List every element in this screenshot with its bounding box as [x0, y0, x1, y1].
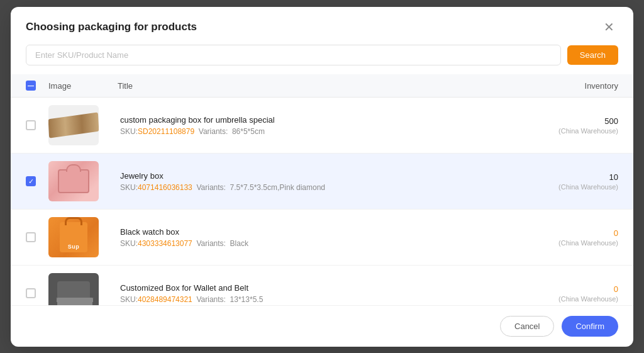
modal-header: Choosing packaging for products ✕	[11, 7, 633, 45]
search-button[interactable]: Search	[567, 45, 618, 65]
select-all-checkbox[interactable]	[26, 81, 36, 91]
table-header: Image Title Inventory	[11, 74, 633, 98]
row-1-sku: SKU:SD20211108879 Variants: 86*5*5cm	[120, 127, 543, 136]
row-4-warehouse: (China Warehouse)	[543, 295, 618, 303]
jewelry-box-shape	[58, 169, 89, 193]
jewelry-icon	[48, 161, 99, 201]
row-2-variants-label: Variants:	[196, 183, 225, 192]
modal-footer: Cancel Confirm	[11, 305, 633, 347]
row-3-image: Sup	[48, 217, 99, 257]
col-header-inventory: Inventory	[543, 81, 618, 91]
confirm-button[interactable]: Confirm	[562, 316, 618, 337]
row-1-inventory-number: 500	[543, 116, 618, 126]
modal-title: Choosing packaging for products	[26, 21, 197, 33]
row-2-info: Jewelry box SKU:4071416036133 Variants: …	[118, 171, 543, 192]
row-3-variants-label: Variants:	[196, 239, 225, 248]
row-2-title: Jewelry box	[120, 171, 543, 181]
row-4-sku-link[interactable]: 4028489474321	[138, 295, 192, 304]
table-row: Jewelry box SKU:4071416036133 Variants: …	[11, 154, 633, 210]
row-3-inventory: 0 (China Warehouse)	[543, 228, 618, 247]
row-2-warehouse: (China Warehouse)	[543, 183, 618, 191]
row-4-variants-value: 13*13*5.5	[230, 295, 264, 304]
bag-icon: Sup	[48, 217, 99, 257]
wallet-shape	[57, 281, 90, 305]
row-1-title: custom packaging box for umbrella specia…	[120, 115, 543, 125]
row-4-variants-label: Variants:	[196, 295, 225, 304]
row-4-inventory: 0 (China Warehouse)	[543, 284, 618, 303]
row-1-variants-label: Variants:	[199, 127, 228, 136]
row-1-inventory: 500 (China Warehouse)	[543, 116, 618, 135]
row-2-inventory: 10 (China Warehouse)	[543, 172, 618, 191]
close-button[interactable]: ✕	[600, 20, 618, 35]
modal-dialog: Choosing packaging for products ✕ Search…	[11, 7, 633, 347]
row-4-image	[48, 273, 99, 305]
row-1-checkbox[interactable]	[26, 120, 36, 130]
bag-text: Sup	[68, 244, 80, 250]
row-2-checkbox[interactable]	[26, 176, 36, 186]
row-4-sku: SKU:4028489474321 Variants: 13*13*5.5	[120, 295, 543, 304]
row-3-inventory-number: 0	[543, 228, 618, 238]
row-2-sku-link[interactable]: 4071416036133	[138, 183, 192, 192]
row-1-info: custom packaging box for umbrella specia…	[118, 115, 543, 136]
table-body: custom packaging box for umbrella specia…	[11, 98, 633, 305]
row-2-sku: SKU:4071416036133 Variants: 7.5*7.5*3.5c…	[120, 183, 543, 192]
row-3-sku: SKU:4303334613077 Variants: Black	[120, 239, 543, 248]
wallet-icon	[48, 273, 99, 305]
row-3-variants-value: Black	[230, 239, 248, 248]
search-input[interactable]	[26, 45, 561, 65]
row-2-variants-value: 7.5*7.5*3.5cm,Pink diamond	[230, 183, 325, 192]
wallet-flap	[56, 298, 93, 305]
row-4-info: Customized Box for Wallet and Belt SKU:4…	[118, 283, 543, 304]
row-1-image	[48, 105, 99, 145]
col-header-title: Title	[118, 81, 543, 91]
wood-plank-icon	[48, 113, 99, 138]
row-4-checkbox[interactable]	[26, 288, 36, 298]
table-row: custom packaging box for umbrella specia…	[11, 98, 633, 154]
row-2-inventory-number: 10	[543, 172, 618, 182]
row-2-image	[48, 161, 99, 201]
row-1-warehouse: (China Warehouse)	[543, 127, 618, 135]
row-3-title: Black watch box	[120, 227, 543, 237]
col-header-image: Image	[48, 81, 118, 91]
table-row: Sup Black watch box SKU:4303334613077 Va…	[11, 210, 633, 266]
modal-overlay: Choosing packaging for products ✕ Search…	[0, 0, 644, 353]
row-3-info: Black watch box SKU:4303334613077 Varian…	[118, 227, 543, 248]
row-3-checkbox[interactable]	[26, 232, 36, 242]
bag-shape: Sup	[60, 222, 87, 252]
row-4-title: Customized Box for Wallet and Belt	[120, 283, 543, 293]
search-bar: Search	[11, 45, 633, 74]
row-3-warehouse: (China Warehouse)	[543, 239, 618, 247]
row-4-inventory-number: 0	[543, 284, 618, 294]
cancel-button[interactable]: Cancel	[500, 316, 554, 337]
row-1-sku-link[interactable]: SD20211108879	[138, 127, 194, 136]
table-row: Customized Box for Wallet and Belt SKU:4…	[11, 266, 633, 305]
row-1-variants-value: 86*5*5cm	[232, 127, 265, 136]
row-3-sku-link[interactable]: 4303334613077	[138, 239, 192, 248]
